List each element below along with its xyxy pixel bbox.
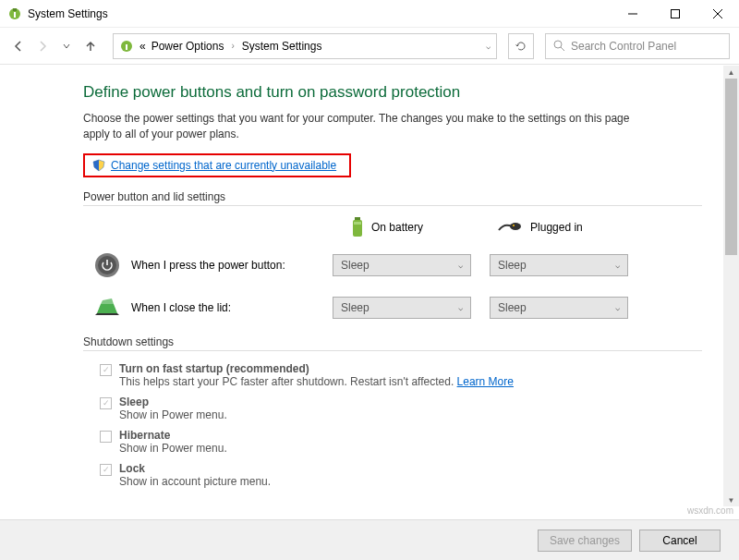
window-title: System Settings: [28, 7, 612, 20]
chevron-right-icon: ›: [231, 41, 234, 51]
fast-startup-desc: This helps start your PC faster after sh…: [119, 375, 457, 388]
learn-more-link[interactable]: Learn More: [457, 375, 514, 388]
address-dropdown[interactable]: ⌵: [486, 42, 491, 51]
fast-startup-item: ✓ Turn on fast startup (recommended) Thi…: [100, 362, 702, 388]
system-settings-icon: [7, 6, 22, 21]
svg-point-9: [554, 41, 562, 48]
breadcrumb-sep: «: [139, 40, 146, 53]
titlebar: System Settings: [0, 0, 739, 28]
power-button-row: When I press the power button: Sleep⌵ Sl…: [83, 250, 702, 280]
hibernate-desc: Show in Power menu.: [119, 442, 227, 455]
power-button-label: When I press the power button:: [131, 259, 333, 272]
svg-rect-4: [672, 9, 680, 18]
svg-rect-8: [126, 44, 127, 50]
svg-point-15: [513, 225, 515, 226]
battery-label: On battery: [371, 221, 423, 234]
power-button-plugged-dropdown[interactable]: Sleep⌵: [490, 254, 628, 276]
power-button-battery-dropdown[interactable]: Sleep⌵: [333, 254, 471, 276]
address-bar[interactable]: « Power Options › System Settings ⌵: [113, 33, 497, 59]
scroll-up-arrow[interactable]: ▲: [723, 66, 739, 79]
shield-icon: [92, 159, 105, 172]
fast-startup-title: Turn on fast startup (recommended): [119, 362, 309, 375]
lid-row: When I close the lid: Sleep⌵ Sleep⌵: [83, 293, 702, 323]
svg-rect-1: [14, 12, 16, 18]
search-icon: [553, 40, 565, 52]
svg-point-14: [510, 223, 521, 230]
window-controls: [612, 0, 739, 28]
maximize-button[interactable]: [654, 0, 697, 28]
minimize-button[interactable]: [612, 0, 654, 28]
refresh-button[interactable]: [508, 33, 534, 59]
back-button[interactable]: [9, 37, 28, 55]
footer: Save changes Cancel: [0, 519, 739, 560]
sleep-item: ✓ Sleep Show in Power menu.: [100, 396, 702, 421]
plugged-label: Plugged in: [530, 221, 583, 234]
scroll-thumb[interactable]: [725, 79, 737, 255]
hibernate-item: Hibernate Show in Power menu.: [100, 429, 702, 455]
breadcrumb-power-options[interactable]: Power Options: [151, 40, 224, 53]
lid-icon: [92, 293, 122, 323]
scrollbar[interactable]: ▲ ▼: [723, 66, 739, 506]
lid-battery-dropdown[interactable]: Sleep⌵: [333, 297, 471, 319]
svg-rect-11: [355, 217, 360, 220]
plug-icon: [497, 221, 523, 234]
breadcrumb-system-settings[interactable]: System Settings: [242, 40, 322, 53]
save-button[interactable]: Save changes: [538, 530, 632, 552]
battery-column: On battery: [351, 217, 423, 237]
up-button[interactable]: [81, 37, 100, 55]
content-area: Define power buttons and turn on passwor…: [0, 65, 739, 508]
page-title: Define power buttons and turn on passwor…: [83, 83, 702, 102]
power-options-icon: [119, 39, 134, 54]
hibernate-checkbox[interactable]: [100, 431, 112, 443]
svg-rect-2: [13, 8, 17, 11]
hibernate-title: Hibernate: [119, 429, 170, 442]
lid-plugged-dropdown[interactable]: Sleep⌵: [490, 297, 628, 319]
cancel-button[interactable]: Cancel: [639, 530, 721, 552]
power-button-icon: [92, 250, 122, 280]
svg-line-10: [561, 47, 564, 51]
sleep-desc: Show in Power menu.: [119, 408, 227, 421]
change-settings-highlight: Change settings that are currently unava…: [83, 153, 351, 177]
power-button-section-title: Power button and lid settings: [83, 190, 702, 206]
sleep-title: Sleep: [119, 396, 149, 408]
svg-rect-13: [354, 222, 361, 225]
lock-desc: Show in account picture menu.: [119, 475, 271, 488]
search-input[interactable]: Search Control Panel: [545, 33, 730, 59]
lock-item: ✓ Lock Show in account picture menu.: [100, 462, 702, 488]
search-placeholder: Search Control Panel: [571, 40, 676, 53]
lock-checkbox[interactable]: ✓: [100, 464, 112, 476]
fast-startup-checkbox[interactable]: ✓: [100, 364, 112, 376]
column-headers: On battery Plugged in: [83, 217, 702, 237]
toolbar: « Power Options › System Settings ⌵ Sear…: [0, 28, 739, 65]
battery-icon: [351, 217, 364, 237]
recent-dropdown[interactable]: [57, 37, 76, 55]
forward-button[interactable]: [33, 37, 52, 55]
scroll-down-arrow[interactable]: ▼: [723, 493, 739, 506]
lock-title: Lock: [119, 462, 145, 475]
page-description: Choose the power settings that you want …: [83, 111, 656, 142]
shutdown-section-title: Shutdown settings: [83, 335, 702, 351]
watermark: wsxdn.com: [687, 505, 733, 516]
sleep-checkbox[interactable]: ✓: [100, 397, 112, 409]
plugged-column: Plugged in: [497, 221, 583, 234]
lid-label: When I close the lid:: [131, 301, 333, 314]
change-settings-link[interactable]: Change settings that are currently unava…: [111, 159, 336, 172]
close-button[interactable]: [697, 0, 739, 28]
